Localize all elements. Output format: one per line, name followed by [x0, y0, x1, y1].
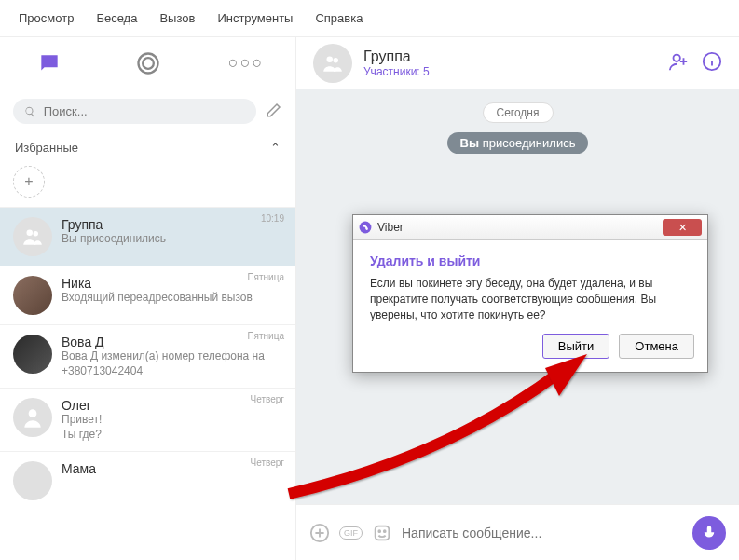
menu-tools[interactable]: Инструменты	[217, 11, 293, 25]
chat-time: Четверг	[251, 458, 284, 468]
chat-name: Мама	[62, 461, 282, 476]
chat-name: Олег	[62, 398, 282, 413]
svg-rect-0	[138, 53, 157, 73]
date-divider: Сегодня	[483, 102, 554, 123]
compose-icon[interactable]	[266, 102, 282, 122]
add-member-icon[interactable]	[668, 51, 689, 75]
avatar	[13, 461, 52, 500]
chat-item[interactable]: Олег Привет! Ты где? Четверг	[0, 388, 295, 451]
chat-item[interactable]: Ника Входящий переадресованный вызов Пят…	[0, 266, 295, 324]
svg-point-2	[27, 229, 34, 236]
menubar: Просмотр Беседа Вызов Инструменты Справк…	[0, 0, 739, 37]
svg-point-7	[674, 54, 680, 61]
voice-message-button[interactable]	[692, 516, 726, 550]
menu-help[interactable]: Справка	[315, 11, 363, 25]
avatar	[13, 335, 52, 374]
menu-call[interactable]: Вызов	[159, 11, 195, 25]
favorites-header[interactable]: Избранные ⌃	[0, 133, 295, 162]
chat-preview: Привет! Ты где?	[62, 413, 282, 442]
dialog-cancel-button[interactable]: Отмена	[619, 334, 694, 359]
chat-item[interactable]: Вова Д Вова Д изменил(а) номер телефона …	[0, 324, 295, 388]
svg-point-6	[334, 58, 338, 62]
chat-preview: Вова Д изменил(а) номер телефона на +380…	[62, 349, 282, 378]
chat-item[interactable]: Мама Четверг	[0, 451, 295, 510]
info-icon[interactable]	[702, 51, 722, 75]
group-avatar-icon	[13, 217, 52, 256]
chat-header: Группа Участники: 5	[296, 37, 739, 89]
avatar	[13, 276, 52, 315]
chat-header-subtitle[interactable]: Участники: 5	[363, 65, 657, 78]
svg-point-5	[327, 56, 334, 61]
menu-chat[interactable]: Беседа	[96, 11, 137, 25]
chat-name: Группа	[62, 217, 282, 232]
chat-header-title: Группа	[363, 48, 657, 65]
chat-time: Четверг	[251, 394, 284, 404]
svg-point-12	[384, 530, 386, 532]
svg-point-4	[29, 410, 37, 418]
tab-discover[interactable]	[99, 37, 198, 89]
message-input[interactable]	[402, 526, 683, 540]
chat-preview: Входящий переадресованный вызов	[62, 291, 282, 306]
dialog-confirm-button[interactable]: Выйти	[542, 334, 610, 359]
tab-chats[interactable]	[0, 37, 99, 89]
gif-icon[interactable]: GIF	[339, 526, 363, 540]
sticker-icon[interactable]	[372, 523, 392, 543]
menu-view[interactable]: Просмотр	[19, 11, 74, 25]
message-input-bar: GIF	[296, 504, 739, 560]
confirm-dialog: Viber ✕ Удалить и выйти Если вы покинете…	[352, 214, 708, 373]
chat-item-group[interactable]: Группа Вы присоединились 10:19	[0, 207, 295, 266]
chat-time: Пятница	[247, 272, 284, 282]
group-avatar-icon	[313, 44, 352, 83]
dialog-body-text: Если вы покинете эту беседу, она будет у…	[370, 276, 691, 322]
discover-icon	[135, 50, 161, 76]
search-field[interactable]	[13, 99, 256, 124]
more-icon: ○○○	[228, 53, 265, 73]
avatar	[13, 398, 52, 437]
tab-more[interactable]: ○○○	[197, 37, 295, 89]
add-favorite-button[interactable]: +	[13, 166, 45, 198]
dialog-heading: Удалить и выйти	[370, 253, 691, 268]
chat-time: Пятница	[247, 331, 284, 341]
mic-icon	[701, 525, 718, 541]
attach-icon[interactable]	[309, 523, 330, 543]
system-message-joined: Вы присоединились	[447, 132, 589, 154]
search-icon	[24, 105, 36, 118]
chevron-up-icon: ⌃	[270, 141, 281, 155]
svg-rect-1	[143, 58, 154, 69]
sidebar: ○○○ Избранные ⌃ + Группа Вы присоединили…	[0, 37, 296, 560]
chat-preview: Вы присоединились	[62, 232, 282, 247]
dialog-close-button[interactable]: ✕	[663, 219, 702, 236]
svg-point-11	[378, 530, 380, 532]
chat-icon	[37, 51, 62, 75]
favorites-title: Избранные	[15, 141, 78, 155]
chat-time: 10:19	[261, 213, 284, 224]
svg-point-3	[34, 231, 38, 236]
viber-icon	[359, 221, 372, 234]
svg-rect-10	[376, 526, 390, 540]
search-input[interactable]	[44, 104, 245, 118]
dialog-app-title: Viber	[377, 221, 657, 234]
